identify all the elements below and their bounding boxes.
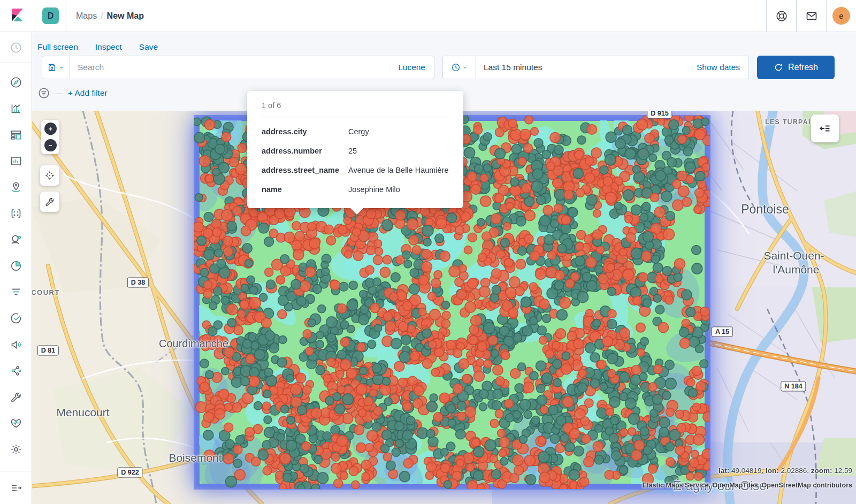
machine-learning-nav-button[interactable]: [10, 207, 22, 220]
add-filter-button[interactable]: + Add filter: [68, 88, 108, 98]
app-sidebar: [0, 32, 32, 504]
time-picker: Last 15 minutes Show dates: [442, 56, 749, 79]
tooltip-property-value: Josephine Milo: [348, 184, 449, 195]
metrics-nav-button[interactable]: [10, 259, 22, 272]
help-button[interactable]: [766, 0, 796, 32]
zoom-in-button[interactable]: [44, 123, 57, 135]
action-inspect[interactable]: Inspect: [95, 42, 122, 52]
quick-time-menu-button[interactable]: [443, 56, 476, 79]
apm-icon: [10, 338, 22, 351]
dashboard-nav-button[interactable]: [10, 128, 22, 141]
tooltip-property-label: address.city: [262, 126, 342, 138]
breadcrumb: Maps / New Map: [76, 11, 144, 21]
action-save[interactable]: Save: [139, 42, 158, 52]
refresh-label: Refresh: [788, 63, 818, 72]
kibana-logo[interactable]: [0, 0, 35, 32]
help-icon: [775, 10, 788, 22]
discover-nav-button[interactable]: [10, 76, 22, 89]
code-nav-button[interactable]: [10, 364, 22, 377]
set-view-button[interactable]: [40, 165, 59, 186]
kibana-logo-icon: [9, 7, 26, 25]
kibana-maps-app: D Maps / New Map e Full screenInspectSav…: [0, 0, 856, 504]
graph-icon: [10, 233, 22, 246]
clock-icon: [451, 63, 461, 72]
tooltip-property-label: address.street_name: [262, 165, 342, 176]
tools-button[interactable]: [40, 192, 59, 212]
breadcrumb-separator: /: [101, 11, 103, 21]
management-icon: [10, 443, 22, 456]
tooltip-property-value: Avenue de la Belle Haumière: [348, 165, 449, 176]
logs-icon: [10, 286, 22, 299]
tooltip-pagination: 1 of 6: [262, 101, 449, 110]
canvas-nav-button[interactable]: [10, 155, 22, 167]
space-switcher[interactable]: D: [35, 0, 66, 32]
chevron-down-icon: [58, 64, 65, 71]
maps-nav-button[interactable]: [10, 181, 22, 194]
avatar[interactable]: e: [832, 7, 850, 25]
monitoring-icon: [10, 417, 22, 430]
tooltip-property-label: name: [262, 184, 342, 195]
filter-icon[interactable]: [37, 87, 50, 100]
crosshair-icon: [44, 170, 55, 181]
chevron-down-icon: [462, 64, 468, 71]
dev-tools-nav-button[interactable]: [10, 391, 22, 403]
newsfeed-button[interactable]: [796, 0, 826, 32]
feature-tooltip: 1 of 6 address.cityCergyaddress.number25…: [247, 91, 463, 208]
tooltip-divider: [262, 117, 449, 117]
management-nav-button[interactable]: [10, 443, 22, 456]
monitoring-nav-button[interactable]: [10, 417, 22, 430]
machine-learning-icon: [10, 207, 22, 220]
open-layer-panel-button[interactable]: [811, 114, 839, 142]
tooltip-arrow: [350, 208, 363, 215]
metrics-icon: [10, 259, 22, 272]
search-box: Lucene: [42, 56, 434, 79]
uptime-icon: [10, 312, 22, 325]
collapse-nav-icon: [10, 482, 22, 494]
discover-icon: [10, 76, 22, 89]
minus-icon: [46, 141, 55, 150]
tooltip-property-value: Cergy: [348, 126, 449, 138]
header-right: e: [766, 0, 856, 32]
plus-icon: [46, 125, 55, 133]
breadcrumb-section[interactable]: Maps: [76, 11, 97, 21]
filter-dash: —: [56, 89, 63, 97]
refresh-icon: [774, 63, 783, 72]
mail-icon: [805, 10, 818, 22]
recently-viewed-button[interactable]: [0, 32, 32, 63]
saved-query-menu-button[interactable]: [42, 56, 70, 79]
dashboard-icon: [10, 128, 22, 141]
tooltip-properties: address.cityCergyaddress.number25address…: [262, 126, 449, 195]
zoom-out-button[interactable]: [44, 139, 57, 151]
space-badge[interactable]: D: [42, 7, 59, 24]
visualize-nav-button[interactable]: [10, 102, 22, 115]
user-menu-button[interactable]: e: [826, 0, 856, 32]
sidebar-items: [0, 63, 32, 471]
uptime-nav-button[interactable]: [10, 312, 22, 325]
maps-icon: [10, 181, 22, 194]
clock-icon: [10, 41, 22, 54]
visualize-icon: [10, 102, 22, 115]
action-full-screen[interactable]: Full screen: [37, 42, 78, 52]
header: D Maps / New Map e: [0, 0, 856, 32]
refresh-button[interactable]: Refresh: [757, 56, 835, 79]
show-dates-button[interactable]: Show dates: [688, 63, 748, 72]
apm-nav-button[interactable]: [10, 338, 22, 351]
layer-panel-toggle-icon: [819, 122, 831, 135]
graph-nav-button[interactable]: [10, 233, 22, 246]
code-icon: [10, 364, 22, 377]
canvas-icon: [10, 155, 22, 167]
logs-nav-button[interactable]: [10, 286, 22, 299]
tooltip-property-label: address.number: [262, 146, 342, 157]
collapse-nav-button[interactable]: [0, 471, 32, 504]
query-language-button[interactable]: Lucene: [389, 63, 434, 72]
query-bar: Lucene Last 15 minutes Show dates Refres…: [42, 56, 846, 79]
dev-tools-icon: [10, 391, 22, 403]
time-range-value[interactable]: Last 15 minutes: [476, 63, 688, 72]
page-title: New Map: [107, 11, 144, 21]
zoom-control: [41, 120, 59, 154]
search-input[interactable]: [70, 63, 389, 72]
tooltip-property-value: 25: [348, 146, 449, 157]
save-icon: [47, 63, 57, 72]
top-actions: Full screenInspectSave: [32, 32, 856, 55]
wrench-icon: [44, 196, 55, 207]
